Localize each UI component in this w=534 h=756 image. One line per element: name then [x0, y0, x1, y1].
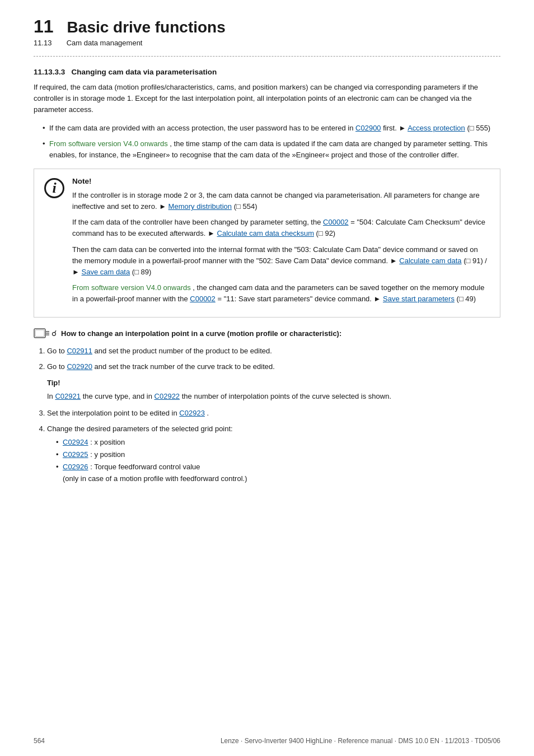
link-c02923[interactable]: C02923 [179, 409, 205, 417]
step-3: Set the interpolation point to be edited… [47, 408, 500, 419]
sub-item-c02925: C02925 : y position [56, 449, 500, 460]
note-content: Note! If the controller is in storage mo… [72, 177, 490, 309]
link-c02925[interactable]: C02925 [63, 450, 88, 459]
sub-item-c02924: C02924 : x position [56, 437, 500, 448]
note-para4-green: From software version V4.0 onwards [72, 283, 191, 292]
how-to-heading: ☌ How to change an interpolation point i… [34, 326, 500, 340]
note-para-3: Then the cam data can be converted into … [72, 244, 490, 278]
link-c02924[interactable]: C02924 [63, 438, 88, 446]
link-c02920[interactable]: C02920 [67, 362, 92, 371]
page-number: 564 [34, 737, 45, 745]
step-4: Change the desired parameters of the sel… [47, 423, 500, 484]
link-c02911[interactable]: C02911 [67, 347, 92, 355]
step-2: Go to C02920 and set the track number of… [47, 361, 500, 402]
link-access-protection[interactable]: Access protection [407, 124, 465, 132]
sub-item-c02926: C02926 : Torque feedforward control valu… [56, 461, 500, 484]
note-para-2: If the cam data of the controller have b… [72, 217, 490, 239]
link-save-cam-data[interactable]: Save cam data [81, 268, 130, 276]
bullet2-green-text: From software version V4.0 onwards [49, 139, 168, 148]
link-c00002-b[interactable]: C00002 [190, 295, 216, 303]
sub-item-c02926-note: (only in case of a motion profile with f… [63, 474, 247, 483]
page-footer: 564 Lenze · Servo-Inverter 9400 HighLine… [0, 737, 534, 745]
sub-bullet-list: C02924 : x position C02925 : y position … [47, 437, 500, 484]
intro-paragraph: If required, the cam data (motion profil… [34, 82, 500, 115]
link-c00002-a[interactable]: C00002 [323, 218, 349, 226]
svg-rect-1 [35, 330, 44, 337]
tip-label: Tip! [47, 377, 500, 389]
link-c02922[interactable]: C02922 [154, 392, 180, 400]
note-para-1: If the controller is in storage mode 2 o… [72, 190, 490, 212]
bullet-item-2: From software version V4.0 onwards , the… [43, 138, 500, 161]
note-para-4: From software version V4.0 onwards , the… [72, 282, 490, 305]
footer-right-text: Lenze · Servo-Inverter 9400 HighLine · R… [221, 737, 500, 745]
link-c02926[interactable]: C02926 [63, 463, 88, 471]
chapter-title: Basic drive functions [67, 18, 226, 36]
bullet1-text-before: If the cam data are provided with an acc… [49, 124, 355, 132]
tip-text: In C02921 the curve type, and in C02922 … [47, 391, 500, 402]
bullet1-page-ref: (□ 555) [467, 124, 490, 132]
note-icon: i [44, 178, 64, 198]
bullet-list: If the cam data are provided with an acc… [34, 123, 500, 161]
tool-icon: ☌ [34, 326, 57, 340]
link-memory-distribution[interactable]: Memory distribution [168, 202, 232, 211]
link-c02900[interactable]: C02900 [355, 124, 381, 132]
bullet-item-1: If the cam data are provided with an acc… [43, 123, 500, 134]
page-header: 11 Basic drive functions [34, 17, 500, 36]
how-to-label: How to change an interpolation point in … [61, 329, 341, 338]
link-calculate-cam-data[interactable]: Calculate cam data [399, 256, 461, 265]
note-box: i Note! If the controller is in storage … [34, 169, 500, 318]
step-1: Go to C02911 and set the product number … [47, 346, 500, 357]
note-title: Note! [72, 177, 490, 185]
tip-box: Tip! In C02921 the curve type, and in C0… [47, 377, 500, 402]
bullet1-text-middle: first. ► [383, 124, 407, 132]
link-c02921[interactable]: C02921 [55, 392, 81, 400]
section-label: 11.13 Cam data management [34, 39, 500, 47]
section-heading: 11.13.3.3 Changing cam data via paramete… [34, 68, 500, 76]
link-calculate-cam-checksum[interactable]: Calculate cam data checksum [217, 229, 314, 237]
link-save-start-parameters[interactable]: Save start parameters [383, 295, 455, 303]
chapter-number: 11 [34, 17, 54, 36]
divider [34, 56, 500, 57]
steps-list: Go to C02911 and set the product number … [34, 346, 500, 484]
